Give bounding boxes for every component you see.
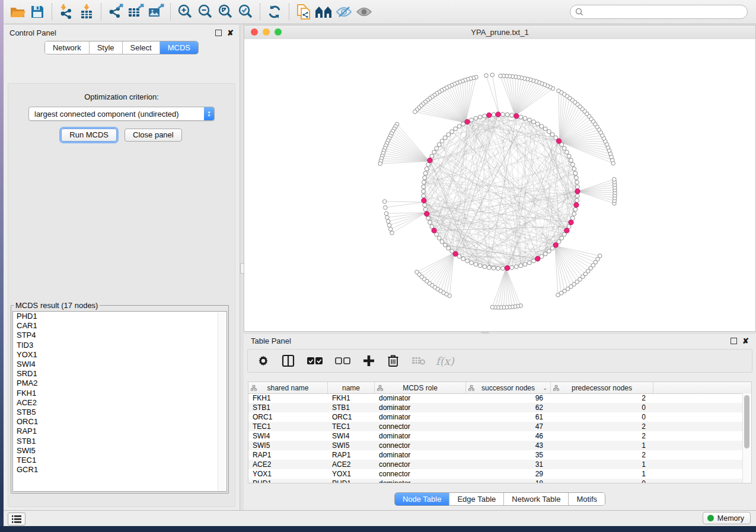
graph-leaf-node[interactable] [384,206,388,210]
tab-network-table[interactable]: Network Table [504,493,569,505]
graph-node[interactable] [426,216,430,220]
graph-mcds-node[interactable] [465,119,470,124]
maximize-window-icon[interactable] [275,28,282,36]
graph-node[interactable] [575,176,579,180]
graph-mcds-node[interactable] [574,203,579,207]
tab-select[interactable]: Select [123,41,160,54]
graph-node[interactable] [450,130,454,134]
graph-node[interactable] [575,198,579,203]
graph-node[interactable] [422,194,426,198]
mcds-result-item[interactable]: STB1 [13,437,227,446]
close-panel-button[interactable]: Close panel [125,129,182,142]
graph-node[interactable] [540,124,544,129]
column-header-MCDS-role[interactable]: MCDS role [375,382,466,393]
column-header-name[interactable]: name [328,382,375,393]
graph-node[interactable] [547,130,551,134]
graph-mcds-node[interactable] [514,114,519,118]
graph-leaf-node[interactable] [415,270,419,274]
graph-node[interactable] [572,212,576,216]
table-row[interactable]: PHD1PHD1dominator180 [248,479,743,483]
graph-node[interactable] [446,133,451,137]
graph-node[interactable] [572,167,576,171]
graph-leaf-node[interactable] [490,73,495,77]
column-header-shared-name[interactable]: shared name [248,382,328,393]
graph-node[interactable] [543,127,547,131]
table-row[interactable]: SWI4SWI4dominator462 [248,431,743,441]
float-panel-icon[interactable] [215,30,222,36]
graph-mcds-node[interactable] [428,158,432,162]
graph-node[interactable] [523,262,527,267]
graph-node[interactable] [501,113,505,117]
column-header-successor-nodes[interactable]: successor nodes⌄ [466,382,551,393]
graph-node[interactable] [510,265,514,270]
graph-node[interactable] [454,127,458,131]
graph-node[interactable] [510,113,514,117]
result-list-scrollbar[interactable] [218,312,226,491]
zoom-in-icon[interactable] [175,3,195,21]
graph-node[interactable] [575,180,579,184]
graph-node[interactable] [422,185,426,189]
delete-columns-icon[interactable] [387,354,399,367]
graph-node[interactable] [423,207,428,211]
graph-leaf-node[interactable] [387,223,391,227]
criterion-select[interactable]: largest connected component (undirected)… [28,107,215,121]
mcds-result-item[interactable]: SRD1 [13,369,227,379]
import-network-icon[interactable] [56,3,76,21]
graph-mcds-node[interactable] [569,220,573,225]
mcds-result-item[interactable]: RAP1 [13,427,227,436]
create-column-icon[interactable] [363,355,375,367]
graph-mcds-node[interactable] [553,242,558,247]
graph-node[interactable] [575,185,579,189]
tab-node-table[interactable]: Node Table [395,493,450,505]
tab-style[interactable]: Style [90,41,123,54]
graph-node[interactable] [440,240,444,244]
graph-node[interactable] [532,120,536,124]
tab-edge-table[interactable]: Edge Table [449,493,504,505]
hide-selected-icon[interactable] [334,3,354,21]
graph-node[interactable] [528,261,532,265]
graph-node[interactable] [432,150,436,155]
graph-node[interactable] [443,243,447,247]
graph-node[interactable] [519,264,523,268]
graph-leaf-node[interactable] [386,219,390,223]
mcds-result-item[interactable]: YOX1 [13,350,227,360]
graph-node[interactable] [523,116,527,120]
graph-leaf-node[interactable] [385,216,390,220]
deselect-all-icon[interactable] [335,357,350,365]
mcds-result-item[interactable]: GCR1 [13,465,227,475]
table-row[interactable]: SWI5SWI5connector431 [248,441,743,450]
graph-node[interactable] [560,236,564,241]
export-table-icon[interactable] [126,3,146,21]
graph-node[interactable] [569,158,573,162]
graph-node[interactable] [422,190,426,194]
mcds-result-item[interactable]: ORC1 [13,417,227,427]
mcds-result-item[interactable]: ACE2 [13,398,227,408]
memory-button[interactable]: Memory [703,512,751,524]
zoom-fit-icon[interactable] [215,3,235,21]
first-neighbors-icon[interactable] [314,3,334,21]
graph-mcds-node[interactable] [535,257,540,261]
mcds-result-item[interactable]: PMA2 [13,379,227,388]
mcds-result-item[interactable]: CAR1 [13,321,227,331]
graph-node[interactable] [426,162,430,166]
close-panel-icon[interactable]: ✘ [227,30,234,36]
delete-table-icon[interactable] [412,356,426,366]
graph-mcds-node[interactable] [425,211,429,216]
function-builder-icon[interactable]: f(x) [436,355,454,367]
graph-node[interactable] [519,115,523,119]
graph-node[interactable] [543,252,547,256]
graph-mcds-node[interactable] [487,113,492,117]
graph-mcds-node[interactable] [575,189,580,194]
graph-node[interactable] [532,259,536,263]
close-panel-icon[interactable]: ✘ [742,338,749,344]
graph-mcds-node[interactable] [422,198,426,203]
graph-node[interactable] [501,267,505,271]
graph-mcds-node[interactable] [564,228,569,233]
graph-node[interactable] [461,122,465,126]
graph-node[interactable] [423,203,427,207]
mcds-result-item[interactable]: TEC1 [13,456,227,465]
graph-leaf-node[interactable] [490,305,495,309]
graph-mcds-node[interactable] [496,112,500,117]
minimize-window-icon[interactable] [263,28,270,36]
graph-node[interactable] [487,265,491,270]
